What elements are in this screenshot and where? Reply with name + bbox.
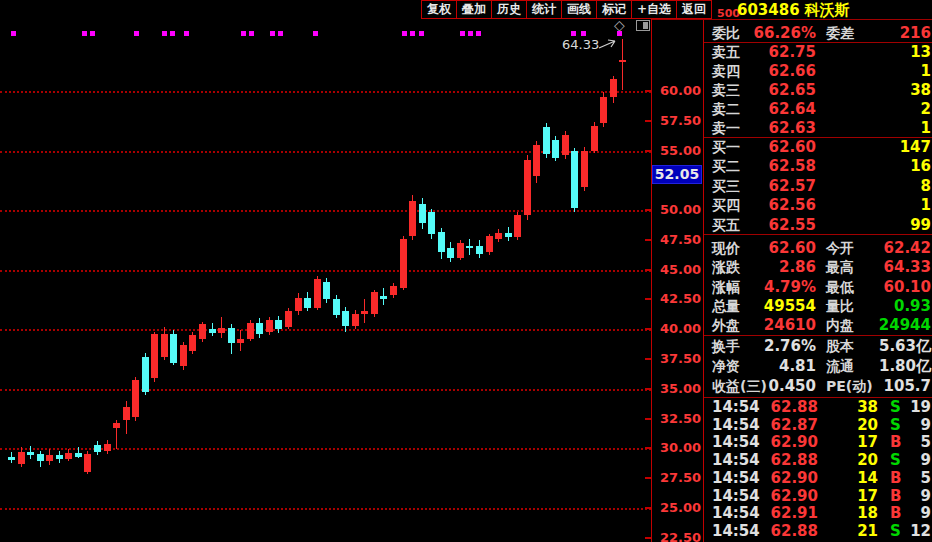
tick-count: 9 <box>894 451 931 470</box>
quote-value: 62.42 <box>844 239 931 258</box>
price-tag: 52.05 <box>652 165 702 184</box>
candle <box>514 215 521 238</box>
axis-border <box>651 18 652 542</box>
candle <box>610 79 617 97</box>
signal-dot-icon <box>11 31 16 36</box>
tick-count: 9 <box>894 416 931 435</box>
tick-price: 62.91 <box>744 504 818 523</box>
candle <box>247 323 254 338</box>
high-annotation: 64.33 <box>562 37 599 52</box>
candle <box>275 320 282 330</box>
tick-price: 62.90 <box>744 469 818 488</box>
ask-volume: 13 <box>854 43 931 62</box>
axis-price-label: 27.50 <box>660 470 702 485</box>
axis-price-label: 30.00 <box>660 440 702 455</box>
axis-price-label: 35.00 <box>660 381 702 396</box>
gridline <box>0 210 651 212</box>
candle <box>37 454 44 461</box>
axis-price-label: 47.50 <box>660 232 702 247</box>
candle <box>170 334 177 363</box>
tick-count: 19 <box>894 398 931 417</box>
toolbar-button-2[interactable]: 历史 <box>491 0 527 19</box>
candle <box>180 345 187 366</box>
candle <box>428 212 435 233</box>
window-icon[interactable] <box>636 20 650 31</box>
tick-price: 62.87 <box>744 416 818 435</box>
tick-volume: 14 <box>824 469 878 488</box>
candle <box>84 454 91 472</box>
tick-price: 62.90 <box>744 433 818 452</box>
toolbar-button-7[interactable]: 返回 <box>676 0 712 19</box>
tick-price: 62.90 <box>744 487 818 506</box>
toolbar-button-4[interactable]: 画线 <box>561 0 597 19</box>
ask-price: 62.63 <box>734 119 816 138</box>
candle <box>552 140 559 158</box>
signal-dot-icon <box>90 31 95 36</box>
bid-volume: 147 <box>854 138 931 157</box>
app-window: 复权叠加历史统计画线标记+自选返回 ◇ 60.0057.5055.0050.00… <box>0 0 932 542</box>
candle <box>123 407 130 420</box>
candle <box>380 296 387 300</box>
ask-volume: 38 <box>854 81 931 100</box>
candle <box>524 160 531 215</box>
ask-volume: 1 <box>854 119 931 138</box>
tick-count: 5 <box>894 469 931 488</box>
fin-value: 4.81 <box>734 357 816 376</box>
tick-count: 5 <box>894 433 931 452</box>
candle <box>457 243 464 257</box>
candle <box>142 357 149 393</box>
axis-price-label: 37.50 <box>660 351 702 366</box>
tick-count: 9 <box>894 487 931 506</box>
weibi-value: 66.26% <box>734 24 816 43</box>
candle <box>333 299 340 314</box>
candle <box>543 127 550 154</box>
candle <box>228 328 235 343</box>
signal-dot-icon <box>241 31 246 36</box>
toolbar-button-3[interactable]: 统计 <box>526 0 562 19</box>
axis-price-label: 57.50 <box>660 113 702 128</box>
toolbar-button-0[interactable]: 复权 <box>421 0 457 19</box>
axis-price-label: 25.00 <box>660 500 702 515</box>
quote-panel: 委比 66.26% 委差 216 卖五62.7513卖四62.661卖三62.6… <box>704 20 932 542</box>
signal-dot-icon <box>313 31 318 36</box>
candle <box>132 380 139 417</box>
tick-volume: 17 <box>824 487 878 506</box>
candle <box>495 233 502 239</box>
bid-volume: 16 <box>854 157 931 176</box>
candle <box>209 329 216 333</box>
candle <box>505 233 512 238</box>
toolbar-button-6[interactable]: +自选 <box>631 0 677 19</box>
candle <box>65 453 72 459</box>
tick-volume: 20 <box>824 451 878 470</box>
ask-volume: 2 <box>854 100 931 119</box>
candle <box>75 453 82 457</box>
candle <box>113 423 120 428</box>
quote-value: 4.79% <box>734 278 816 297</box>
candle <box>266 320 273 332</box>
tick-count: 9 <box>894 504 931 523</box>
axis-price-label: 55.00 <box>660 143 702 158</box>
candle <box>619 60 626 62</box>
candle <box>419 204 426 223</box>
bid-price: 62.58 <box>734 157 816 176</box>
candle <box>476 246 483 254</box>
quote-value: 62.60 <box>734 239 816 258</box>
candle <box>189 335 196 350</box>
axis-price-label: 42.50 <box>660 291 702 306</box>
gridline <box>0 91 651 93</box>
signal-dot-icon <box>410 31 415 36</box>
signal-dot-icon <box>249 31 254 36</box>
gridline <box>0 508 651 510</box>
bid-volume: 99 <box>854 216 931 235</box>
candle <box>466 246 473 248</box>
bid-price: 62.56 <box>734 196 816 215</box>
quote-value: 2.86 <box>734 258 816 277</box>
toolbar-button-1[interactable]: 叠加 <box>456 0 492 19</box>
candle <box>342 311 349 325</box>
tick-price: 62.88 <box>744 522 818 541</box>
candle <box>94 445 101 452</box>
signal-dot-icon <box>270 31 275 36</box>
axis-price-label: 32.50 <box>660 411 702 426</box>
bid-volume: 8 <box>854 177 931 196</box>
candle <box>581 151 588 188</box>
